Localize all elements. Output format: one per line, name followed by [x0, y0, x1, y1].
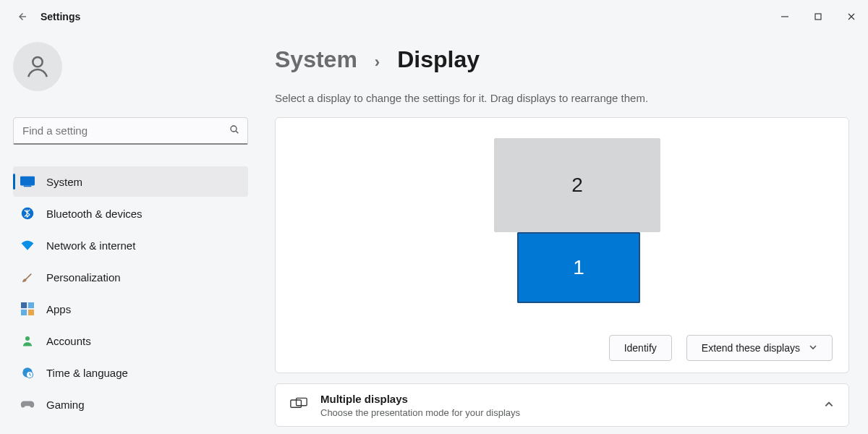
window-title: Settings — [41, 11, 80, 22]
breadcrumb-current: Display — [397, 46, 480, 73]
sidebar-item-label: System — [46, 176, 82, 188]
system-icon — [20, 174, 35, 189]
sidebar-item-time-language[interactable]: Time & language — [13, 357, 248, 388]
main-content: System › Display Select a display to cha… — [250, 33, 868, 434]
sidebar-item-gaming[interactable]: Gaming — [13, 389, 248, 420]
window-minimize-button[interactable] — [768, 0, 801, 33]
svg-rect-8 — [24, 185, 32, 187]
svg-rect-13 — [28, 310, 34, 315]
row-subtitle: Choose the presentation mode for your di… — [320, 407, 520, 418]
sidebar: System Bluetooth & devices Network & int… — [0, 33, 250, 434]
sidebar-item-network[interactable]: Network & internet — [13, 230, 248, 260]
monitor-label: 2 — [571, 174, 583, 197]
window-controls — [768, 0, 868, 33]
sidebar-item-label: Time & language — [46, 367, 128, 379]
svg-rect-10 — [21, 302, 27, 308]
avatar[interactable] — [13, 42, 62, 91]
monitor-2[interactable]: 2 — [494, 138, 660, 232]
breadcrumb-parent[interactable]: System — [275, 46, 357, 73]
svg-rect-11 — [28, 302, 34, 308]
maximize-icon — [814, 12, 822, 21]
monitor-1[interactable]: 1 — [517, 232, 640, 303]
time-icon — [20, 365, 35, 380]
search-field[interactable] — [21, 124, 229, 137]
sidebar-item-label: Accounts — [46, 335, 91, 347]
button-label: Identify — [624, 342, 657, 354]
sidebar-item-label: Bluetooth & devices — [46, 208, 142, 220]
multiple-displays-icon — [290, 397, 307, 414]
breadcrumb: System › Display — [275, 46, 854, 73]
sidebar-item-label: Gaming — [46, 399, 85, 411]
back-button[interactable] — [10, 5, 33, 28]
row-text: Multiple displays Choose the presentatio… — [320, 393, 520, 418]
sidebar-item-accounts[interactable]: Accounts — [13, 326, 248, 356]
search-input[interactable] — [13, 117, 248, 145]
close-icon — [847, 12, 856, 21]
help-text: Select a display to change the settings … — [275, 92, 854, 104]
display-mode-dropdown[interactable]: Extend these displays — [686, 335, 833, 361]
chevron-up-icon — [824, 399, 834, 412]
svg-point-4 — [33, 57, 42, 67]
sidebar-item-label: Network & internet — [46, 239, 135, 252]
arrangement-actions: Identify Extend these displays — [292, 335, 833, 361]
dropdown-label: Extend these displays — [702, 342, 800, 354]
bluetooth-icon — [20, 206, 35, 221]
brush-icon — [20, 270, 35, 284]
svg-rect-1 — [815, 14, 821, 20]
sidebar-item-bluetooth[interactable]: Bluetooth & devices — [13, 198, 248, 229]
chevron-down-icon — [809, 342, 817, 354]
window-maximize-button[interactable] — [801, 0, 835, 33]
sidebar-item-apps[interactable]: Apps — [13, 294, 248, 324]
display-arrangement-canvas[interactable]: 2 1 — [292, 138, 833, 305]
user-icon — [24, 53, 51, 80]
gaming-icon — [20, 397, 35, 412]
display-arrangement-panel: 2 1 Identify Extend these displays — [275, 117, 849, 373]
accounts-icon — [20, 333, 35, 348]
svg-point-5 — [231, 126, 237, 132]
svg-rect-12 — [21, 310, 27, 315]
sidebar-item-label: Personalization — [46, 271, 121, 284]
identify-button[interactable]: Identify — [609, 335, 672, 361]
minimize-icon — [780, 12, 789, 21]
sidebar-item-system[interactable]: System — [13, 166, 248, 197]
sidebar-item-label: Apps — [46, 303, 71, 315]
sidebar-item-personalization[interactable]: Personalization — [13, 262, 248, 292]
svg-line-6 — [236, 131, 238, 133]
svg-point-9 — [22, 208, 34, 220]
back-arrow-icon — [15, 10, 28, 23]
window-close-button[interactable] — [835, 0, 868, 33]
svg-point-14 — [25, 336, 30, 341]
wifi-icon — [20, 238, 35, 252]
svg-rect-7 — [20, 176, 35, 186]
multiple-displays-row[interactable]: Multiple displays Choose the presentatio… — [275, 383, 849, 427]
title-bar: Settings — [0, 0, 868, 33]
monitor-label: 1 — [573, 256, 584, 279]
row-title: Multiple displays — [320, 393, 520, 406]
search-icon — [229, 124, 240, 137]
apps-icon — [20, 302, 35, 316]
sidebar-nav: System Bluetooth & devices Network & int… — [13, 166, 250, 420]
chevron-right-icon: › — [375, 53, 380, 72]
